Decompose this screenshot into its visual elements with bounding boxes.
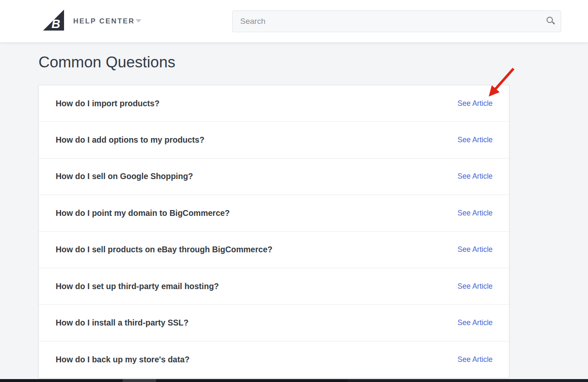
header: B HELP CENTER <box>0 0 588 42</box>
footer-strip <box>0 379 588 382</box>
search-icon[interactable] <box>547 17 553 23</box>
see-article-link[interactable]: See Article <box>457 245 493 254</box>
help-center-title[interactable]: HELP CENTER <box>73 0 135 42</box>
search-input[interactable] <box>232 10 561 32</box>
faq-row: How do I add options to my products? See… <box>39 122 509 158</box>
page-title: Common Questions <box>39 54 175 71</box>
faq-row: How do I back up my store's data? See Ar… <box>39 341 509 378</box>
faq-question: How do I set up third-party email hostin… <box>56 282 219 291</box>
faq-question: How do I sell products on eBay through B… <box>56 245 272 254</box>
faq-question: How do I back up my store's data? <box>56 355 190 364</box>
faq-question: How do I point my domain to BigCommerce? <box>56 208 230 218</box>
common-questions-card: How do I import products? See Article Ho… <box>39 85 509 378</box>
faq-question: How do I import products? <box>56 99 159 108</box>
footer-strip-segment <box>123 379 156 382</box>
see-article-link[interactable]: See Article <box>457 282 493 291</box>
see-article-link[interactable]: See Article <box>457 172 493 181</box>
faq-row: How do I set up third-party email hostin… <box>39 268 509 305</box>
faq-row: How do I install a third-party SSL? See … <box>39 305 509 341</box>
faq-row: How do I sell on Google Shopping? See Ar… <box>39 159 509 195</box>
faq-question: How do I install a third-party SSL? <box>56 318 188 328</box>
see-article-link[interactable]: See Article <box>457 136 493 144</box>
logo-letter: B <box>51 18 60 30</box>
faq-question: How do I sell on Google Shopping? <box>56 172 193 181</box>
bigcommerce-logo-icon[interactable]: B <box>43 10 64 31</box>
faq-question: How do I add options to my products? <box>56 135 204 145</box>
see-article-link[interactable]: See Article <box>457 355 493 364</box>
search-bar <box>232 10 561 32</box>
footer-strip-segment <box>347 379 588 382</box>
see-article-link[interactable]: See Article <box>457 318 493 327</box>
faq-row: How do I sell products on eBay through B… <box>39 232 509 268</box>
see-article-link[interactable]: See Article <box>457 99 493 108</box>
faq-row: How do I import products? See Article <box>39 85 509 122</box>
faq-row: How do I point my domain to BigCommerce?… <box>39 195 509 231</box>
see-article-link[interactable]: See Article <box>457 209 493 218</box>
chevron-down-icon[interactable] <box>136 19 141 23</box>
